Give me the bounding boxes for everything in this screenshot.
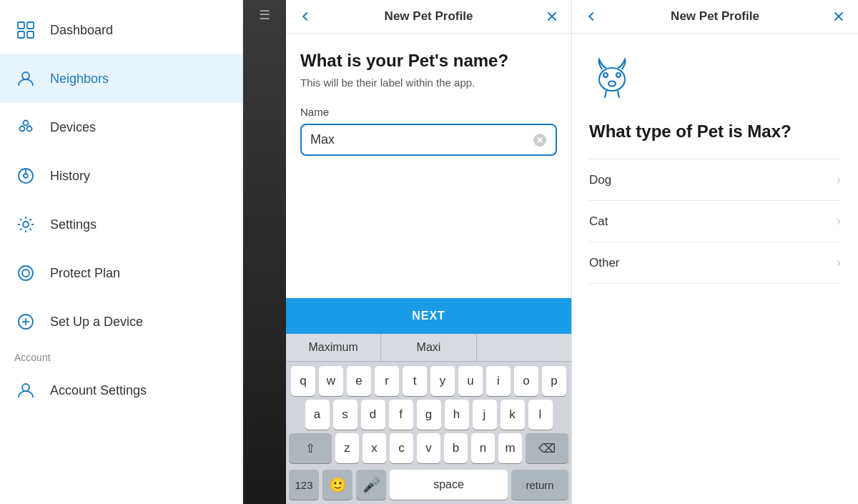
key-shift[interactable]: ⇧ [289, 433, 332, 463]
key-c[interactable]: c [390, 433, 413, 463]
svg-point-9 [24, 174, 28, 178]
key-backspace[interactable]: ⌫ [526, 433, 568, 463]
main-area: ☰ New Pet Profile What is your Pet's nam… [243, 0, 858, 504]
pet-type-heading: What type of Pet is Max? [589, 122, 841, 142]
modal-right-back-button[interactable] [583, 9, 599, 24]
history-icon [14, 164, 37, 187]
keyboard-area: Maximum Maxi q w e r t y u i o p [286, 334, 571, 504]
pet-type-body: What type of Pet is Max? Dog › Cat › Oth… [572, 34, 858, 504]
pet-name-subtext: This will be their label within the app. [300, 76, 557, 89]
key-u[interactable]: u [458, 366, 483, 396]
modal-left-header: New Pet Profile [286, 0, 571, 34]
account-section-label: Account [0, 346, 242, 366]
autocomplete-empty [477, 334, 571, 361]
sidebar-item-history[interactable]: History [0, 152, 242, 200]
key-e[interactable]: e [347, 366, 371, 396]
key-z[interactable]: z [335, 433, 359, 463]
key-row-2: a s d f g h j k l [289, 400, 568, 430]
pet-type-dog-label: Dog [589, 173, 611, 187]
key-b[interactable]: b [444, 433, 468, 463]
modal-left-close-button[interactable] [544, 9, 560, 24]
key-i[interactable]: i [486, 366, 511, 396]
svg-point-6 [27, 127, 32, 132]
svg-point-5 [20, 127, 25, 132]
svg-rect-2 [18, 31, 24, 38]
cat-chevron-icon: › [837, 214, 841, 229]
pet-dog-icon [589, 55, 841, 110]
key-h[interactable]: h [445, 400, 469, 430]
key-w[interactable]: w [319, 366, 343, 396]
key-q[interactable]: q [291, 366, 315, 396]
sidebar-nav: Dashboard Neighbors Devices [0, 0, 242, 504]
key-l[interactable]: l [528, 400, 553, 430]
svg-line-30 [618, 91, 619, 98]
svg-point-11 [23, 222, 29, 227]
svg-point-17 [22, 384, 29, 391]
sidebar-item-protect-plan[interactable]: Protect Plan [0, 249, 242, 297]
key-mic[interactable]: 🎤 [356, 470, 386, 500]
autocomplete-maxi[interactable]: Maxi [381, 334, 476, 361]
key-m[interactable]: m [498, 433, 522, 463]
other-chevron-icon: › [837, 255, 841, 270]
name-input[interactable] [310, 132, 533, 147]
key-x[interactable]: x [363, 433, 386, 463]
clear-input-button[interactable] [533, 133, 547, 147]
pet-type-list: Dog › Cat › Other › [589, 159, 841, 284]
sidebar-item-neighbors[interactable]: Neighbors [0, 54, 242, 103]
key-t[interactable]: t [403, 366, 427, 396]
key-s[interactable]: s [333, 400, 358, 430]
svg-rect-3 [27, 31, 34, 38]
protect-plan-icon [14, 262, 37, 285]
sidebar-item-settings[interactable]: Settings [0, 200, 242, 249]
key-n[interactable]: n [471, 433, 495, 463]
sidebar-item-account-settings[interactable]: Account Settings [0, 366, 242, 415]
pet-type-dog[interactable]: Dog › [589, 159, 841, 200]
key-d[interactable]: d [361, 400, 385, 430]
key-p[interactable]: p [542, 366, 566, 396]
svg-rect-0 [18, 22, 24, 29]
key-o[interactable]: o [514, 366, 538, 396]
key-r[interactable]: r [375, 366, 399, 396]
sidebar: Dashboard Neighbors Devices [0, 0, 243, 504]
key-space[interactable]: space [390, 470, 508, 500]
key-f[interactable]: f [389, 400, 413, 430]
pet-type-other-label: Other [589, 256, 620, 270]
key-a[interactable]: a [305, 400, 330, 430]
svg-point-13 [22, 270, 29, 277]
next-button[interactable]: NEXT [286, 298, 571, 334]
keyboard-bottom-row: 123 🙂 🎤 space return [286, 470, 571, 504]
bg-panel-inner: ☰ [243, 0, 286, 504]
modal-left-back-button[interactable] [297, 9, 313, 24]
name-input-wrapper [300, 124, 557, 156]
pet-type-other[interactable]: Other › [589, 242, 841, 284]
name-label: Name [300, 106, 557, 118]
key-y[interactable]: y [430, 366, 455, 396]
key-row-3: ⇧ z x c v b n m ⌫ [289, 433, 568, 463]
sidebar-item-devices[interactable]: Devices [0, 103, 242, 152]
key-emoji[interactable]: 🙂 [322, 470, 352, 500]
sidebar-item-account-settings-label: Account Settings [50, 383, 147, 398]
sidebar-item-dashboard[interactable]: Dashboard [0, 6, 242, 54]
devices-icon [14, 116, 37, 139]
key-numbers[interactable]: 123 [289, 470, 319, 500]
hamburger-icon[interactable]: ☰ [259, 7, 270, 23]
key-g[interactable]: g [417, 400, 441, 430]
sidebar-item-neighbors-label: Neighbors [50, 71, 109, 87]
neighbors-icon [14, 67, 37, 90]
key-v[interactable]: v [417, 433, 440, 463]
pet-name-heading: What is your Pet's name? [300, 51, 557, 71]
autocomplete-maximum[interactable]: Maximum [286, 334, 381, 361]
key-j[interactable]: j [473, 400, 497, 430]
sidebar-item-setup-device[interactable]: Set Up a Device [0, 297, 242, 346]
pet-type-cat-label: Cat [589, 214, 608, 229]
key-return[interactable]: return [511, 470, 568, 500]
modal-right-close-button[interactable] [831, 9, 847, 24]
pet-type-cat[interactable]: Cat › [589, 200, 841, 242]
svg-point-4 [22, 72, 29, 79]
key-k[interactable]: k [500, 400, 525, 430]
sidebar-item-settings-label: Settings [50, 217, 97, 232]
svg-point-28 [608, 81, 616, 87]
key-row-1: q w e r t y u i o p [289, 366, 568, 396]
sidebar-item-history-label: History [50, 169, 90, 184]
modal-right-header: New Pet Profile [572, 0, 858, 34]
